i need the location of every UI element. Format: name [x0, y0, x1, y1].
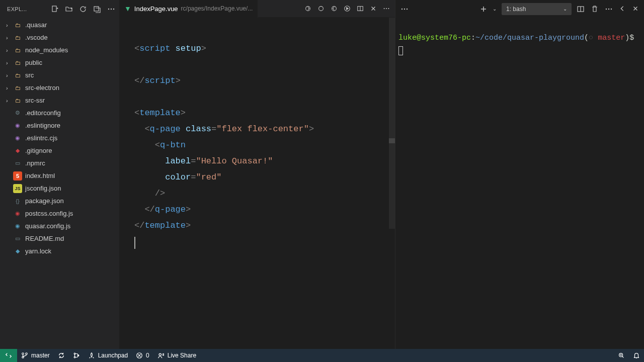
folder-src-ssr[interactable]: ›🗀src-ssr	[0, 94, 119, 107]
file-gitignore[interactable]: ◆.gitignore	[0, 144, 119, 157]
yarn-icon: ◆	[13, 247, 22, 256]
file-icon: ⚙	[13, 109, 22, 118]
new-folder-icon[interactable]	[65, 5, 73, 13]
file-label: .gitignore	[25, 147, 52, 154]
folder-public[interactable]: ›🗀public	[0, 56, 119, 69]
editor-scrollbar[interactable]	[389, 18, 395, 229]
folder-label: src-electron	[25, 84, 59, 92]
chevron-down-icon[interactable]: ⌄	[493, 6, 497, 12]
file-label: README.md	[25, 235, 64, 242]
folder-icon: 🗀	[13, 58, 22, 67]
notifications-button[interactable]	[629, 352, 644, 359]
run-icon[interactable]	[344, 5, 351, 12]
launchpad-button[interactable]: Launchpad	[84, 352, 132, 359]
terminal-body[interactable]: luke@system76-pc:~/code/quasar-playgroun…	[395, 18, 644, 349]
file-eslintignore[interactable]: ◉.eslintignore	[0, 119, 119, 132]
code-editor[interactable]: <script setup> </script> <template> <q-p…	[119, 18, 395, 349]
folder-vscode[interactable]: ›🗀.vscode	[0, 31, 119, 44]
code-token: class	[181, 124, 211, 134]
folder-src[interactable]: ›🗀src	[0, 69, 119, 81]
svg-point-11	[386, 8, 387, 9]
file-eslintrc[interactable]: ◉.eslintrc.cjs	[0, 132, 119, 144]
dirty-indicator-icon: ○	[589, 34, 598, 42]
more-icon[interactable]	[605, 5, 613, 13]
file-label: postcss.config.js	[25, 210, 73, 217]
file-quasar-config[interactable]: ◉quasar.config.js	[0, 220, 119, 232]
prompt-branch: ○ master	[589, 34, 625, 42]
file-package-json[interactable]: {}package.json	[0, 195, 119, 207]
close-icon[interactable]	[632, 5, 639, 13]
code-token: <	[155, 140, 160, 150]
sync-button[interactable]	[54, 352, 69, 359]
file-postcss[interactable]: ◉postcss.config.js	[0, 207, 119, 220]
file-label: .editorconfig	[25, 109, 61, 117]
terminal-cursor	[398, 46, 403, 55]
code-token: >	[181, 108, 186, 118]
code-token: >	[176, 76, 181, 85]
file-npmrc[interactable]: ▭.npmrc	[0, 157, 119, 169]
svg-point-27	[159, 353, 161, 355]
json-icon: {}	[13, 197, 22, 206]
folder-label: .vscode	[25, 34, 48, 41]
more-icon[interactable]	[107, 5, 115, 13]
explorer-sidebar: EXPL... ›🗀.quasar	[0, 0, 119, 349]
zoom-button[interactable]	[614, 352, 629, 359]
file-icon: ▭	[13, 159, 22, 168]
tab-filename: IndexPage.vue	[134, 5, 178, 13]
diff-next-icon[interactable]	[331, 5, 338, 12]
chevron-right-icon: ›	[6, 22, 13, 28]
editor-tabbar: ▼ IndexPage.vue rc/pages/IndexPage.vue/.…	[119, 0, 395, 18]
code-token: =	[191, 172, 196, 182]
folder-node-modules[interactable]: ›🗀node_modules	[0, 44, 119, 56]
prompt-branch-close: )	[625, 34, 629, 42]
code-token: "flex flex-center"	[216, 124, 309, 134]
code-token: />	[155, 189, 165, 198]
split-terminal-icon[interactable]	[577, 5, 585, 13]
file-index-html[interactable]: 5index.html	[0, 169, 119, 182]
terminal-shell-select[interactable]: 1: bash ⌄	[502, 3, 572, 15]
shell-label: 1: bash	[506, 6, 526, 13]
new-file-icon[interactable]	[51, 5, 59, 13]
file-label: .npmrc	[25, 159, 45, 167]
file-editorconfig[interactable]: ⚙.editorconfig	[0, 107, 119, 119]
quasar-icon: ◉	[13, 222, 22, 231]
code-token: q-page	[150, 124, 181, 134]
file-label: package.json	[25, 197, 64, 205]
problems-button[interactable]: 0	[132, 352, 153, 359]
branch-name: master	[31, 352, 50, 359]
svg-point-4	[113, 8, 114, 9]
prompt-path: ~/code/quasar-playground	[475, 34, 584, 42]
file-yarn-lock[interactable]: ◆yarn.lock	[0, 245, 119, 257]
more-icon[interactable]	[400, 5, 409, 13]
git-graph-button[interactable]	[69, 352, 84, 359]
more-icon[interactable]	[383, 5, 390, 12]
svg-rect-1	[94, 7, 99, 11]
close-tab-icon[interactable]	[370, 5, 377, 12]
tab-path: rc/pages/IndexPage.vue/...	[181, 5, 253, 12]
file-readme[interactable]: ▭README.md	[0, 232, 119, 245]
code-token: q-btn	[160, 140, 186, 150]
svg-point-2	[108, 8, 109, 9]
folder-quasar[interactable]: ›🗀.quasar	[0, 19, 119, 31]
trash-icon[interactable]	[591, 5, 599, 13]
diff-prev-icon[interactable]	[304, 5, 311, 12]
status-bar: master Launchpad 0 Live Share	[0, 349, 644, 362]
remote-button[interactable]	[0, 349, 17, 362]
html-icon: 5	[13, 171, 22, 180]
split-icon[interactable]	[357, 5, 364, 12]
branch-status[interactable]: master	[17, 352, 54, 359]
collapse-icon[interactable]	[93, 5, 101, 13]
file-jsconfig[interactable]: JSjsconfig.json	[0, 182, 119, 195]
circle-icon[interactable]	[317, 5, 325, 12]
chevron-right-icon: ›	[6, 35, 13, 41]
folder-src-electron[interactable]: ›🗀src-electron	[0, 81, 119, 94]
refresh-icon[interactable]	[79, 5, 87, 13]
code-token: "red"	[196, 172, 221, 182]
folder-label: src-ssr	[25, 97, 45, 104]
new-terminal-icon[interactable]	[479, 5, 488, 13]
back-icon[interactable]	[619, 5, 626, 13]
prompt-userhost: luke@system76-pc	[398, 34, 471, 42]
terminal-header: ⌄ 1: bash ⌄	[395, 0, 644, 18]
editor-tab[interactable]: ▼ IndexPage.vue rc/pages/IndexPage.vue/.…	[119, 0, 258, 18]
liveshare-button[interactable]: Live Share	[153, 352, 200, 359]
